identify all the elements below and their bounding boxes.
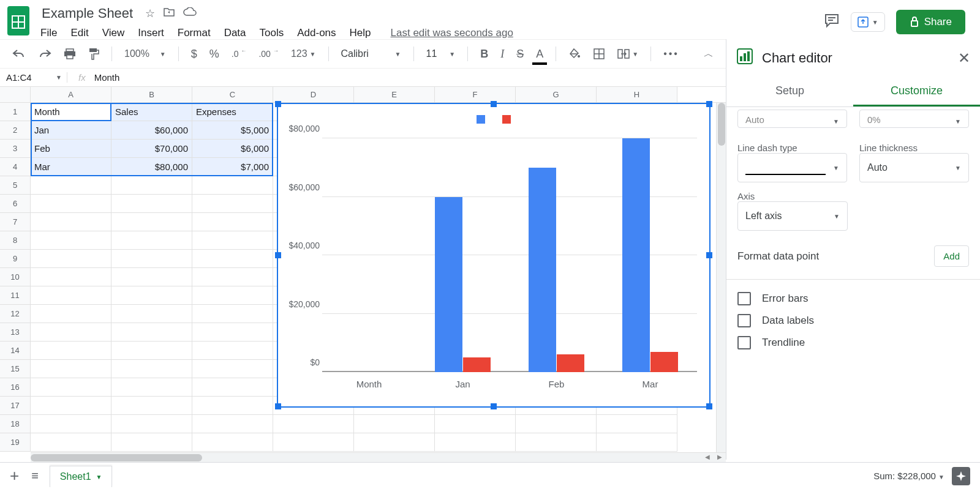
resize-handle[interactable] [275, 403, 281, 409]
comments-icon[interactable] [824, 13, 840, 31]
cell[interactable] [31, 176, 111, 195]
cell[interactable] [111, 342, 192, 360]
cell[interactable] [31, 305, 111, 323]
star-icon[interactable]: ☆ [145, 7, 155, 20]
cell[interactable] [31, 323, 111, 342]
cell[interactable] [192, 433, 273, 452]
cell[interactable] [111, 213, 192, 231]
font-size-select[interactable]: 11▼ [423, 46, 459, 62]
embedded-chart[interactable]: $0$20,000$40,000$60,000$80,000MonthJanFe… [277, 103, 710, 408]
cell[interactable] [111, 323, 192, 342]
data-labels-checkbox[interactable] [737, 314, 751, 327]
cell[interactable]: Feb [31, 140, 111, 158]
col-header-B[interactable]: B [111, 87, 192, 102]
scroll-right-icon[interactable]: ▶ [714, 452, 726, 462]
spreadsheet-grid[interactable]: A B C D E F G H 1MonthSalesExpenses2Jan$… [0, 87, 726, 462]
trendline-checkbox[interactable] [737, 336, 751, 349]
col-header-G[interactable]: G [516, 87, 597, 102]
fill-color-button[interactable] [565, 45, 584, 62]
cell[interactable] [31, 231, 111, 250]
vertical-scrollbar[interactable] [716, 103, 726, 452]
line-thickness-select[interactable]: Auto▼ [859, 153, 969, 182]
cell[interactable] [111, 250, 192, 268]
resize-handle[interactable] [275, 252, 281, 258]
cell[interactable]: Expenses [192, 103, 273, 121]
cell[interactable] [31, 378, 111, 397]
row-header[interactable]: 4 [0, 158, 31, 176]
cell[interactable] [31, 286, 111, 305]
cell[interactable] [273, 415, 354, 433]
resize-handle[interactable] [706, 403, 712, 409]
cell[interactable]: $6,000 [192, 140, 273, 158]
paint-format-button[interactable] [85, 45, 103, 62]
cell[interactable]: $60,000 [111, 121, 192, 140]
cell[interactable] [192, 231, 273, 250]
last-edit-link[interactable]: Last edit was seconds ago [391, 27, 513, 39]
menu-view[interactable]: View [102, 27, 125, 39]
sheet-tab[interactable]: Sheet1▼ [50, 466, 113, 487]
row-header[interactable]: 6 [0, 195, 31, 213]
cell[interactable] [111, 231, 192, 250]
cell[interactable] [31, 360, 111, 378]
col-header-H[interactable]: H [597, 87, 677, 102]
row-header[interactable]: 3 [0, 140, 31, 158]
cell[interactable] [192, 250, 273, 268]
scroll-left-icon[interactable]: ◀ [701, 452, 714, 462]
cell[interactable] [31, 415, 111, 433]
cut-select-right[interactable]: 0%▼ [859, 110, 969, 128]
cell[interactable] [192, 286, 273, 305]
more-formats-button[interactable]: 123▼ [287, 46, 320, 62]
zoom-select[interactable]: 100% ▼ [121, 46, 170, 62]
cell[interactable] [111, 397, 192, 415]
cell[interactable] [31, 250, 111, 268]
cell[interactable] [111, 195, 192, 213]
cell[interactable]: Jan [31, 121, 111, 140]
cell[interactable]: $80,000 [111, 158, 192, 176]
cell[interactable] [192, 342, 273, 360]
cell[interactable] [31, 195, 111, 213]
merge-cells-button[interactable]: ▼ [614, 45, 642, 62]
cell[interactable] [192, 268, 273, 286]
menu-tools[interactable]: Tools [260, 27, 284, 39]
document-title[interactable]: Example Sheet [38, 6, 137, 21]
cell[interactable] [192, 360, 273, 378]
cell[interactable]: Month [31, 103, 111, 121]
all-sheets-button[interactable]: ≡ [31, 469, 39, 483]
move-icon[interactable] [164, 7, 175, 20]
tab-customize[interactable]: Customize [853, 77, 980, 106]
row-header[interactable]: 12 [0, 305, 31, 323]
cell[interactable] [597, 433, 677, 452]
resize-handle[interactable] [706, 252, 712, 258]
menu-file[interactable]: File [40, 27, 57, 39]
cell[interactable] [516, 415, 597, 433]
cell[interactable] [597, 415, 677, 433]
cell[interactable] [111, 176, 192, 195]
cell[interactable] [31, 342, 111, 360]
row-header[interactable]: 9 [0, 250, 31, 268]
cell[interactable]: $70,000 [111, 140, 192, 158]
share-button[interactable]: Share [896, 10, 965, 34]
col-header-C[interactable]: C [192, 87, 273, 102]
cell[interactable] [192, 176, 273, 195]
cell[interactable] [435, 415, 516, 433]
cell[interactable]: Sales [111, 103, 192, 121]
row-header[interactable]: 14 [0, 342, 31, 360]
add-sheet-button[interactable]: + [10, 466, 19, 485]
cell[interactable] [31, 433, 111, 452]
col-header-A[interactable]: A [31, 87, 111, 102]
cell[interactable] [192, 323, 273, 342]
row-header[interactable]: 16 [0, 378, 31, 397]
cell[interactable] [31, 268, 111, 286]
row-header[interactable]: 10 [0, 268, 31, 286]
bold-button[interactable]: B [477, 45, 492, 63]
row-header[interactable]: 8 [0, 231, 31, 250]
increase-decimal-button[interactable]: .00→ [255, 47, 282, 61]
cell[interactable] [111, 360, 192, 378]
strikethrough-button[interactable]: S [513, 45, 527, 63]
select-all-corner[interactable] [0, 87, 31, 102]
cell[interactable] [111, 305, 192, 323]
redo-button[interactable] [34, 47, 55, 61]
row-header[interactable]: 17 [0, 397, 31, 415]
row-header[interactable]: 11 [0, 286, 31, 305]
undo-button[interactable] [9, 47, 29, 61]
